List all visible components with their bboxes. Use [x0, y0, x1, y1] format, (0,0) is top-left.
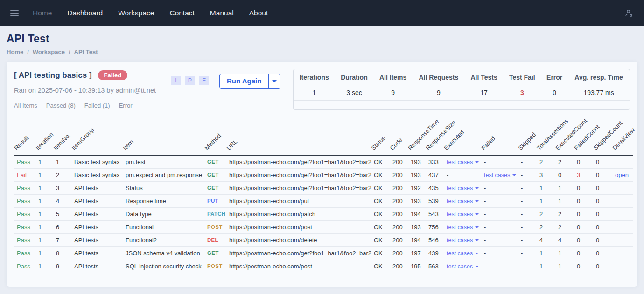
- test-cases-dropdown[interactable]: test cases: [447, 198, 479, 205]
- stat-header-all-tests: All Tests: [465, 69, 504, 85]
- item-no-cell: 3: [53, 181, 71, 194]
- filter-button-p[interactable]: P: [185, 76, 195, 85]
- test-cases-dropdown[interactable]: test cases: [447, 250, 479, 257]
- response-size-cell: 756: [426, 220, 444, 233]
- code-cell: 200: [390, 260, 408, 273]
- status-cell: OK: [371, 260, 390, 273]
- failed-count-cell: 0: [574, 260, 593, 273]
- total-assertions-cell: 2: [537, 155, 555, 168]
- hamburger-menu-icon[interactable]: [10, 10, 19, 16]
- code-cell: 200: [390, 220, 408, 233]
- status-cell: OK: [371, 194, 390, 207]
- test-cases-dropdown[interactable]: test cases: [447, 211, 479, 218]
- failed-cell: test cases: [481, 168, 518, 181]
- iteration-cell: 1: [35, 194, 53, 207]
- executed-count-cell: 1: [555, 181, 574, 194]
- item-group-cell: API tests: [71, 207, 123, 220]
- table-row: Pass16API testsFunctionalPOSThttps://pos…: [14, 220, 633, 233]
- test-cases-dropdown[interactable]: test cases: [447, 185, 479, 191]
- response-time-cell: 194: [408, 207, 426, 220]
- filter-button-f[interactable]: F: [199, 76, 209, 85]
- iteration-cell: 1: [35, 260, 53, 273]
- breadcrumb-workspace[interactable]: Workspace: [33, 48, 65, 55]
- run-again-label: Run Again: [220, 74, 268, 88]
- executed-cell: test cases: [444, 207, 481, 220]
- table-row: Pass17API testsFunctional2DELhttps://pos…: [14, 233, 633, 246]
- tab-all-items[interactable]: All Items: [14, 102, 37, 110]
- table-row: Pass11Basic test syntaxpm.testGEThttps:/…: [14, 155, 633, 168]
- tab-failed[interactable]: Failed (1): [84, 102, 110, 110]
- stat-header-iterations: Iterations: [294, 69, 335, 85]
- nav-item-about[interactable]: About: [249, 9, 268, 17]
- column-header-executedcount: ExecutedCount: [555, 116, 574, 155]
- tab-passed[interactable]: Passed (8): [46, 102, 76, 110]
- user-settings-icon[interactable]: [624, 8, 634, 18]
- test-cases-dropdown[interactable]: test cases: [447, 237, 479, 244]
- nav-item-contact[interactable]: Contact: [169, 9, 194, 17]
- total-assertions-cell: 2: [537, 207, 555, 220]
- test-cases-dropdown[interactable]: test cases: [484, 172, 516, 178]
- run-again-button[interactable]: Run Again: [219, 74, 280, 89]
- total-assertions-cell: 3: [537, 168, 555, 181]
- detail-view-cell: open: [612, 168, 633, 181]
- response-size-cell: 435: [426, 181, 444, 194]
- item-group-cell: Basic test syntax: [71, 168, 123, 181]
- nav-item-home[interactable]: Home: [33, 9, 52, 17]
- method-cell: GET: [204, 181, 226, 194]
- status-badge: Failed: [98, 70, 128, 80]
- tab-error[interactable]: Error: [119, 102, 133, 110]
- stat-value-avg-resp-time: 193.77 ms: [568, 85, 630, 101]
- test-cases-dropdown[interactable]: test cases: [447, 159, 479, 165]
- breadcrumb-separator: /: [27, 48, 29, 55]
- failed-cell: -: [481, 181, 518, 194]
- test-cases-dropdown[interactable]: test cases: [447, 224, 479, 231]
- response-time-cell: 194: [408, 233, 426, 246]
- stat-header-duration: Duration: [335, 69, 374, 85]
- results-table: ResultIterationItemNo.ItemGroupItemMetho…: [14, 116, 633, 273]
- status-cell: OK: [371, 207, 390, 220]
- executed-count-cell: 2: [555, 155, 574, 168]
- run-again-dropdown-toggle[interactable]: [269, 74, 280, 88]
- iteration-cell: 1: [35, 207, 53, 220]
- item-no-cell: 6: [53, 220, 71, 233]
- test-cases-dropdown[interactable]: test cases: [447, 263, 479, 270]
- iteration-cell: 1: [35, 246, 53, 260]
- open-detail-link[interactable]: open: [615, 171, 629, 178]
- column-header-executed: Executed: [444, 116, 481, 155]
- nav-item-workspace[interactable]: Workspace: [118, 9, 154, 17]
- method-cell: GET: [204, 168, 226, 181]
- failed-cell: -: [481, 194, 518, 207]
- item-cell: Functional2: [123, 233, 204, 246]
- column-header-skippedcount: SkippedCount: [593, 116, 612, 155]
- breadcrumb-home[interactable]: Home: [7, 48, 23, 55]
- stat-header-all-items: All Items: [373, 69, 413, 85]
- chevron-down-icon: [475, 266, 479, 267]
- total-assertions-cell: 1: [537, 181, 555, 194]
- column-header-result: Result: [14, 116, 35, 155]
- response-size-cell: 439: [426, 246, 444, 260]
- iteration-cell: 1: [35, 220, 53, 233]
- executed-count-cell: 1: [555, 260, 574, 273]
- total-assertions-cell: 2: [537, 220, 555, 233]
- response-time-cell: 193: [408, 155, 426, 168]
- filter-button-i[interactable]: I: [171, 76, 181, 85]
- item-cell: pm.expect and pm.response: [123, 168, 204, 181]
- url-cell: https://postman-echo.com/get?foo1=bar1&f…: [226, 246, 371, 260]
- table-row: Pass18API testsJSON schema v4 validation…: [14, 246, 633, 260]
- failed-count-cell: 0: [574, 194, 593, 207]
- code-cell: 200: [390, 207, 408, 220]
- skipped-count-cell: 0: [593, 260, 612, 273]
- nav-item-dashboard[interactable]: Dashboard: [67, 9, 103, 17]
- nav-item-manual[interactable]: Manual: [210, 9, 234, 17]
- response-time-cell: 193: [408, 220, 426, 233]
- column-header-itemno-: ItemNo.: [53, 116, 71, 155]
- item-group-cell: API tests: [71, 194, 123, 207]
- executed-cell: test cases: [444, 181, 481, 194]
- chevron-down-icon: [272, 80, 277, 82]
- table-row: Fail12Basic test syntaxpm.expect and pm.…: [14, 168, 633, 181]
- stat-value-error: 0: [541, 85, 568, 101]
- executed-count-cell: 4: [555, 233, 574, 246]
- table-row: Pass19API testsSQL injection security ch…: [14, 260, 633, 273]
- iteration-cell: 1: [35, 155, 53, 168]
- executed-count-cell: 1: [555, 246, 574, 260]
